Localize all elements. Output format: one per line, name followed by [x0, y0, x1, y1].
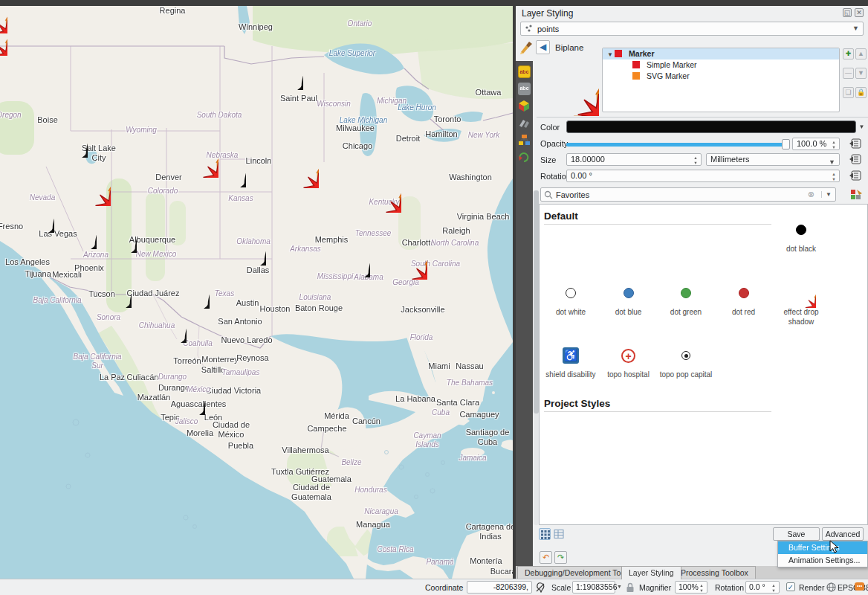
- back-button[interactable]: ◀: [536, 40, 550, 54]
- lock-scale-icon[interactable]: [626, 582, 635, 593]
- mouse-cursor: [829, 540, 840, 555]
- plane-marker: [97, 274, 132, 311]
- opacity-override-icon[interactable]: [849, 138, 862, 149]
- map-canvas[interactable]: ReginaWinnipegSaint PaulBoiseSalt Lake C…: [0, 6, 513, 579]
- scale-dropdown-arrow[interactable]: ▼: [617, 584, 622, 589]
- style-item-dot-blue[interactable]: dot blue: [600, 278, 657, 318]
- plane-marker: [103, 219, 137, 256]
- icon-view-toggle[interactable]: [539, 528, 551, 540]
- style-manager-icon[interactable]: [849, 188, 864, 201]
- duplicate-button[interactable]: ❏: [843, 87, 854, 98]
- size-override-icon[interactable]: [849, 153, 862, 165]
- panel-scrollbar[interactable]: [534, 190, 539, 525]
- plane-marker: [175, 274, 210, 312]
- render-checkbox[interactable]: ✓: [786, 582, 795, 591]
- basemap: [0, 6, 513, 579]
- move-down-button[interactable]: ▼: [855, 68, 867, 79]
- opacity-slider[interactable]: [566, 143, 789, 147]
- rotation-override-icon[interactable]: [849, 170, 862, 181]
- remove-symbol-layer-button[interactable]: —: [843, 68, 854, 79]
- tab-history[interactable]: [518, 151, 531, 164]
- style-item-dot-black[interactable]: dot black: [773, 215, 829, 254]
- tab-layer-styling[interactable]: Layer Styling: [621, 566, 681, 579]
- spin-arrows-icon[interactable]: ▲▼: [770, 582, 777, 593]
- rotation-spinbox[interactable]: 0.0 ° ▲▼: [745, 581, 780, 594]
- tab-labels[interactable]: abc: [518, 65, 531, 78]
- tree-row-svg-marker[interactable]: SVG Marker: [603, 71, 839, 82]
- scale-combo[interactable]: 1:19083556: [572, 581, 615, 594]
- magnifier-spinbox[interactable]: 100% ▲▼: [675, 581, 707, 594]
- color-swatch-button[interactable]: [566, 120, 856, 133]
- advanced-button[interactable]: Advanced ▼: [822, 527, 864, 541]
- style-item-dot-white[interactable]: dot white: [542, 278, 599, 318]
- tab-masks[interactable]: abc: [518, 83, 531, 95]
- size-unit-combo[interactable]: Millimeters ▼: [706, 153, 840, 166]
- style-item-effect-drop-shadow[interactable]: effect drop shadow: [773, 278, 829, 327]
- style-item-label: shield disability: [542, 370, 599, 380]
- move-up-button[interactable]: ▲: [855, 48, 867, 60]
- style-item-topo-pop-capital[interactable]: topo pop capital: [658, 341, 714, 380]
- save-symbol-button[interactable]: Save Symbol...: [773, 527, 820, 541]
- tab-3d-view[interactable]: [518, 100, 531, 112]
- star-marker: [358, 170, 401, 216]
- tree-row-marker[interactable]: ▼ Marker: [603, 48, 839, 60]
- panel-titlebar: Layer Styling ◱ ✕: [516, 6, 868, 19]
- lock-colors-button[interactable]: 🔒: [855, 87, 867, 98]
- tree-row-simple-marker[interactable]: Simple Marker: [603, 60, 839, 71]
- undo-button[interactable]: ↶: [540, 551, 552, 564]
- marker-swatch: [615, 50, 622, 57]
- menu-item-animation-settings[interactable]: Animation Settings...: [778, 554, 867, 567]
- spin-arrows-icon[interactable]: ▲▼: [692, 154, 699, 165]
- color-dropdown-arrow[interactable]: ▼: [857, 120, 867, 133]
- spin-arrows-icon[interactable]: ▲▼: [698, 582, 705, 593]
- opacity-spinbox[interactable]: 100.0 % ▲▼: [792, 138, 840, 150]
- symbology-brush-icon[interactable]: [519, 40, 534, 55]
- style-item-topo-hospital[interactable]: +topo hospital: [600, 341, 657, 380]
- mouse-tracking-icon[interactable]: [535, 582, 545, 593]
- crs-globe-icon[interactable]: [826, 582, 836, 592]
- panel-title: Layer Styling: [522, 8, 573, 19]
- symbol-preview: [540, 55, 599, 116]
- style-item-label: topo pop capital: [658, 370, 714, 380]
- back-arrow-icon: ◀: [540, 42, 546, 52]
- add-symbol-layer-button[interactable]: ✚: [843, 48, 854, 60]
- close-panel-icon[interactable]: ✕: [855, 8, 864, 17]
- size-spinbox[interactable]: 18.00000 ▲▼: [566, 153, 702, 166]
- tab-diagrams[interactable]: [518, 117, 531, 129]
- symbol-layer-tree[interactable]: ▼ Marker Simple Marker SVG Marker: [602, 48, 840, 112]
- clear-filter-icon[interactable]: ⊗: [808, 190, 814, 199]
- style-item-label: dot blue: [600, 308, 657, 318]
- tab-debugging-tools[interactable]: Debugging/Development Tools: [517, 566, 638, 579]
- filter-dropdown-arrow[interactable]: ▼: [821, 191, 832, 198]
- section-project-styles-title: Project Styles: [544, 398, 771, 412]
- tab-legend[interactable]: [518, 134, 531, 147]
- style-item-dot-red[interactable]: dot red: [716, 278, 772, 318]
- render-label: Render: [799, 583, 824, 592]
- float-panel-icon[interactable]: ◱: [843, 8, 852, 17]
- menu-item-buffer-settings[interactable]: Buffer Settings: [778, 541, 867, 554]
- layer-select[interactable]: points ▼: [520, 22, 864, 36]
- star-marker: [0, 19, 7, 59]
- list-view-toggle[interactable]: [553, 528, 565, 540]
- chevron-down-icon: ▼: [829, 157, 835, 168]
- size-label: Size: [540, 155, 556, 164]
- dock-tabbar: Debugging/Development Tools Layer Stylin…: [516, 566, 868, 579]
- coordinate-field[interactable]: -8206399, 5199155: [467, 581, 532, 594]
- redo-button[interactable]: ↷: [554, 551, 567, 564]
- style-item-dot-green[interactable]: dot green: [658, 278, 714, 318]
- chevron-down-icon: ▼: [852, 25, 859, 32]
- rotation-spinbox[interactable]: 0.00 ° ▲▼: [566, 170, 840, 182]
- tree-label-simple-marker: Simple Marker: [647, 60, 697, 69]
- tab-processing-toolbox[interactable]: Processing Toolbox: [673, 566, 756, 579]
- search-icon: [544, 190, 553, 199]
- spin-arrows-icon[interactable]: ▲▼: [830, 138, 838, 149]
- style-item-shield-disability[interactable]: ♿shield disability: [542, 341, 599, 380]
- style-filter-input[interactable]: Favorites ⊗ ▼: [540, 187, 836, 202]
- expand-arrow-icon[interactable]: ▼: [607, 51, 615, 58]
- star-marker: [384, 237, 427, 283]
- panel-side-tabs: abc abc: [516, 61, 533, 566]
- messages-icon[interactable]: •••: [855, 582, 864, 591]
- opacity-slider-handle[interactable]: [782, 139, 790, 149]
- spin-arrows-icon[interactable]: ▲▼: [830, 170, 838, 181]
- plane-marker: [269, 56, 303, 93]
